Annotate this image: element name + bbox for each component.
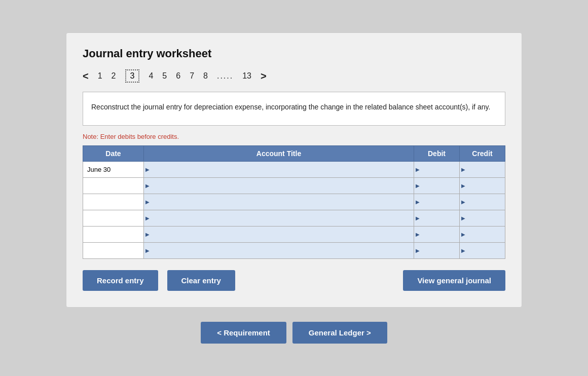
page-6[interactable]: 6 [176, 71, 180, 81]
page-5[interactable]: 5 [162, 71, 167, 81]
requirement-button[interactable]: < Requirement [201, 322, 286, 344]
next-arrow[interactable]: > [261, 70, 267, 82]
journal-table: Date Account Title Debit Credit June 30 [83, 145, 505, 259]
debit-input-5[interactable] [414, 227, 459, 242]
credit-input-6[interactable] [460, 243, 505, 258]
page-title: Journal entry worksheet [83, 47, 505, 60]
debit-input-3[interactable] [414, 194, 459, 210]
account-cell-5[interactable] [144, 226, 414, 242]
bottom-nav: < Requirement General Ledger > [201, 322, 387, 344]
credit-input-2[interactable] [460, 178, 505, 194]
instruction-box: Reconstruct the journal entry for deprec… [83, 92, 505, 125]
prev-arrow[interactable]: < [83, 70, 89, 82]
account-cell-1[interactable] [144, 161, 414, 177]
credit-cell-4[interactable] [460, 210, 505, 226]
page-7[interactable]: 7 [190, 71, 194, 81]
account-cell-6[interactable] [144, 242, 414, 258]
debit-cell-6[interactable] [414, 242, 460, 258]
date-cell-6 [83, 242, 144, 258]
credit-cell-6[interactable] [460, 242, 505, 258]
page-13[interactable]: 13 [242, 71, 251, 81]
instruction-text: Reconstruct the journal entry for deprec… [91, 103, 490, 111]
date-cell-5 [83, 226, 144, 242]
debit-cell-3[interactable] [414, 194, 460, 210]
credit-input-1[interactable] [460, 162, 505, 177]
table-row [83, 242, 505, 258]
table-row [83, 210, 505, 226]
clear-entry-button[interactable]: Clear entry [167, 270, 235, 291]
header-debit: Debit [414, 145, 460, 161]
account-input-1[interactable] [144, 162, 414, 177]
table-row [83, 177, 505, 194]
page-8[interactable]: 8 [203, 71, 208, 81]
date-cell-4 [83, 210, 144, 226]
debit-input-1[interactable] [414, 162, 459, 177]
debit-input-2[interactable] [414, 178, 459, 194]
pagination-dots: ..... [217, 71, 233, 81]
account-input-4[interactable] [144, 210, 414, 226]
page-3-active[interactable]: 3 [125, 69, 140, 83]
account-input-2[interactable] [144, 178, 414, 194]
note-text: Note: Enter debits before credits. [83, 133, 505, 140]
debit-cell-1[interactable] [414, 161, 460, 177]
header-date: Date [83, 145, 144, 161]
debit-cell-5[interactable] [414, 226, 460, 242]
account-cell-4[interactable] [144, 210, 414, 226]
account-cell-3[interactable] [144, 194, 414, 210]
account-input-3[interactable] [144, 194, 414, 210]
credit-input-4[interactable] [460, 210, 505, 226]
header-account: Account Title [144, 145, 414, 161]
debit-cell-2[interactable] [414, 177, 460, 194]
credit-cell-2[interactable] [460, 177, 505, 194]
date-cell-2 [83, 177, 144, 194]
account-input-6[interactable] [144, 243, 414, 258]
button-row: Record entry Clear entry View general jo… [83, 270, 505, 291]
record-entry-button[interactable]: Record entry [83, 270, 158, 291]
date-cell-1: June 30 [83, 161, 144, 177]
debit-cell-4[interactable] [414, 210, 460, 226]
date-cell-3 [83, 194, 144, 210]
account-cell-2[interactable] [144, 177, 414, 194]
main-card: Journal entry worksheet < 1 2 3 4 5 6 7 … [66, 32, 522, 307]
view-general-journal-button[interactable]: View general journal [403, 270, 505, 291]
debit-input-4[interactable] [414, 210, 459, 226]
general-ledger-button[interactable]: General Ledger > [292, 322, 387, 344]
credit-cell-1[interactable] [460, 161, 505, 177]
page-4[interactable]: 4 [149, 71, 153, 81]
header-credit: Credit [460, 145, 505, 161]
pagination: < 1 2 3 4 5 6 7 8 ..... 13 > [83, 69, 505, 83]
table-row [83, 226, 505, 242]
debit-input-6[interactable] [414, 243, 459, 258]
table-row: June 30 [83, 161, 505, 177]
credit-cell-3[interactable] [460, 194, 505, 210]
page-2[interactable]: 2 [112, 71, 116, 81]
credit-cell-5[interactable] [460, 226, 505, 242]
credit-input-3[interactable] [460, 194, 505, 210]
table-row [83, 194, 505, 210]
account-input-5[interactable] [144, 227, 414, 242]
credit-input-5[interactable] [460, 227, 505, 242]
page-1[interactable]: 1 [98, 71, 102, 81]
